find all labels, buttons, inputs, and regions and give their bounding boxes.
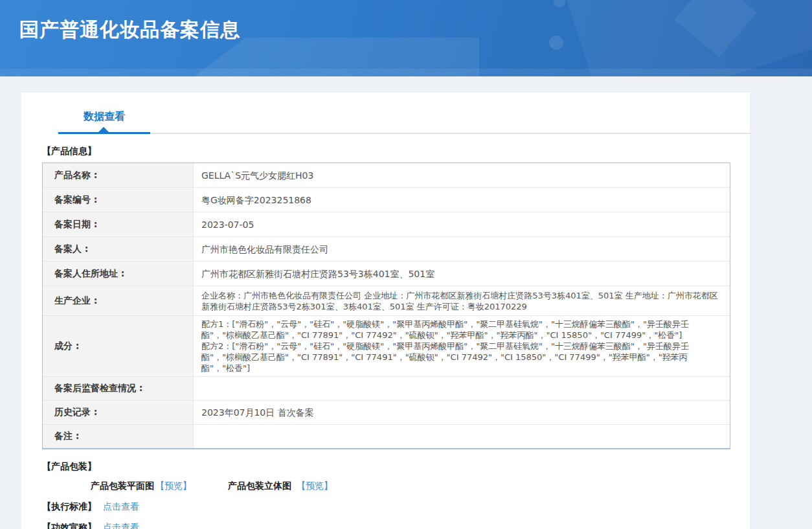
banner-decoration <box>554 0 565 8</box>
row-value: 广州市艳色化妆品有限责任公司 <box>194 237 730 261</box>
row-value: 粤G妆网备字2023251868 <box>194 188 730 212</box>
section-title-standard: 【执行标准】 <box>42 501 96 513</box>
row-label: 备注 : <box>43 425 194 448</box>
packaging-flat-label: 产品包装平面图 <box>91 480 154 492</box>
packaging-stereo-label: 产品包装立体图 <box>228 480 291 492</box>
section-title-product-info: 【产品信息】 <box>42 146 730 157</box>
section-title-efficacy: 【功效宣称】 <box>42 522 96 529</box>
tab-data-view[interactable]: 数据查看 <box>58 110 150 124</box>
section-title-packaging: 【产品包装】 <box>42 461 730 473</box>
row-label: 备案人住所地址 : <box>43 262 194 286</box>
row-value <box>194 377 730 400</box>
row-label: 备案编号 : <box>43 188 194 212</box>
row-label: 历史记录 : <box>43 401 194 424</box>
table-row: 备案编号 : 粤G妆网备字2023251868 <box>43 188 730 212</box>
table-row: 生产企业 : 企业名称：广州市艳色化妆品有限责任公司 企业地址：广州市花都区新雅… <box>43 286 730 316</box>
efficacy-row: 【功效宣称】 点击查看 <box>42 522 730 529</box>
row-value: 配方1：["滑石粉"，"云母"，"硅石"，"硬脂酸镁"，"聚甲基丙烯酸甲酯"，"… <box>194 316 730 376</box>
tab-caret-icon <box>98 127 109 133</box>
table-row: 备案人住所地址 : 广州市花都区新雅街石塘村庄贤路53号3栋401室、501室 <box>43 262 730 286</box>
row-value: 广州市花都区新雅街石塘村庄贤路53号3栋401室、501室 <box>194 262 730 286</box>
row-label: 生产企业 : <box>43 286 194 315</box>
table-row: 备案人 : 广州市艳色化妆品有限责任公司 <box>43 237 730 262</box>
table-row: 成分 : 配方1：["滑石粉"，"云母"，"硅石"，"硬脂酸镁"，"聚甲基丙烯酸… <box>43 316 730 377</box>
table-row: 备案后监督检查情况 : <box>43 377 730 401</box>
row-label: 成分 : <box>43 316 194 376</box>
page: 国产普通化妆品备案信息 数据查看 【产品信息】 产品名称 : GELLA`S元气… <box>0 0 812 529</box>
formula-2: 配方2：["滑石粉"，"云母"，"硅石"，"硬脂酸镁"，"聚甲基丙烯酸甲酯"，"… <box>201 341 719 374</box>
banner-decoration <box>0 69 812 76</box>
row-label: 备案日期 : <box>43 212 194 236</box>
packaging-stereo-preview-link[interactable]: 【预览】 <box>297 480 333 492</box>
table-row: 备案日期 : 2023-07-05 <box>43 212 730 237</box>
row-label: 备案人 : <box>43 237 194 261</box>
row-value: GELLA`S元气少女腮红H03 <box>194 163 730 187</box>
standard-click-view-link[interactable]: 点击查看 <box>103 501 139 513</box>
row-value: 企业名称：广州市艳色化妆品有限责任公司 企业地址：广州市花都区新雅街石塘村庄贤路… <box>194 286 730 315</box>
content-card: 数据查看 【产品信息】 产品名称 : GELLA`S元气少女腮红H03 备案编号… <box>21 93 750 529</box>
formula-1: 配方1：["滑石粉"，"云母"，"硅石"，"硬脂酸镁"，"聚甲基丙烯酸甲酯"，"… <box>201 319 719 341</box>
row-label: 备案后监督检查情况 : <box>43 377 194 400</box>
page-title: 国产普通化妆品备案信息 <box>19 17 240 43</box>
row-value <box>194 425 730 448</box>
table-row: 备注 : <box>43 425 730 448</box>
efficacy-click-view-link[interactable]: 点击查看 <box>103 522 139 529</box>
table-row: 历史记录 : 2023年07月10日 首次备案 <box>43 401 730 425</box>
packaging-flat-preview-link[interactable]: 【预览】 <box>155 480 192 492</box>
tab-underline-track <box>58 133 751 134</box>
row-label: 产品名称 : <box>43 163 194 187</box>
table-row: 产品名称 : GELLA`S元气少女腮红H03 <box>43 163 730 188</box>
product-info-table: 产品名称 : GELLA`S元气少女腮红H03 备案编号 : 粤G妆网备字202… <box>42 163 730 449</box>
packaging-row: 产品包装平面图 【预览】 产品包装立体图 【预览】 <box>91 480 730 492</box>
row-value: 2023-07-05 <box>194 212 730 236</box>
banner-decoration <box>549 36 563 50</box>
page-banner: 国产普通化妆品备案信息 <box>0 0 812 76</box>
tab-bar: 数据查看 <box>42 93 730 135</box>
standard-row: 【执行标准】 点击查看 <box>42 501 730 513</box>
row-value: 2023年07月10日 首次备案 <box>194 401 730 424</box>
